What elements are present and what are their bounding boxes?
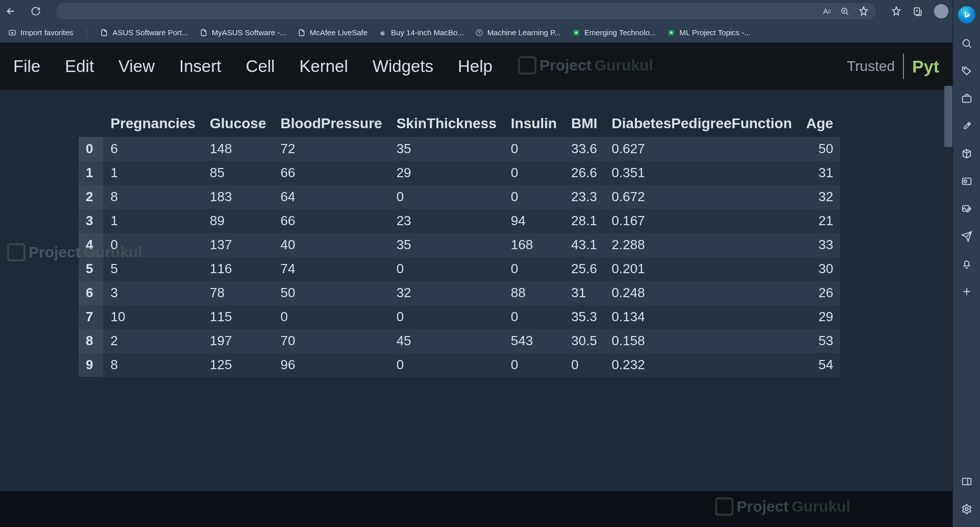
menu-cell[interactable]: Cell bbox=[246, 57, 275, 76]
cell: 54 bbox=[799, 353, 841, 377]
bookmark-item[interactable]: Buy 14-inch MacBo... bbox=[379, 28, 464, 37]
scrollbar-vertical[interactable] bbox=[944, 86, 952, 147]
cell: 72 bbox=[273, 137, 389, 161]
table-row: 318966239428.10.16721 bbox=[79, 209, 840, 233]
cell: 29 bbox=[389, 161, 504, 185]
row-index: 6 bbox=[79, 281, 103, 305]
bell-icon[interactable] bbox=[961, 258, 972, 272]
cell: 28.1 bbox=[564, 209, 604, 233]
table-row: 28183640023.30.67232 bbox=[79, 185, 840, 209]
cell: 50 bbox=[273, 281, 389, 305]
cell: 0 bbox=[504, 161, 564, 185]
cell: 0 bbox=[564, 353, 604, 377]
panel-icon[interactable] bbox=[961, 476, 972, 489]
send-icon[interactable] bbox=[961, 231, 972, 244]
svg-point-16 bbox=[965, 508, 968, 511]
favorites-list-icon[interactable] bbox=[891, 6, 901, 16]
bookmark-label: Machine Learning P... bbox=[487, 28, 561, 37]
briefcase-icon[interactable] bbox=[961, 93, 972, 106]
bookmark-label: ASUS Software Port... bbox=[112, 28, 188, 37]
cube-icon[interactable] bbox=[961, 148, 972, 161]
menu-file[interactable]: File bbox=[13, 57, 40, 76]
bookmark-item[interactable]: MyASUS Software -... bbox=[200, 28, 286, 37]
bookmark-label: Buy 14-inch MacBo... bbox=[391, 28, 464, 37]
cell: 30.5 bbox=[564, 329, 604, 353]
row-index: 7 bbox=[79, 305, 103, 329]
menu-help[interactable]: Help bbox=[458, 57, 493, 76]
dataframe-table: Pregnancies Glucose BloodPressure SkinTh… bbox=[79, 110, 840, 377]
page-icon bbox=[100, 29, 108, 37]
kernel-name[interactable]: Pyt bbox=[912, 57, 939, 77]
search-icon[interactable] bbox=[961, 38, 972, 51]
cell: 168 bbox=[504, 233, 564, 257]
row-index: 5 bbox=[79, 257, 103, 281]
cell: 0 bbox=[103, 233, 203, 257]
cell: 0 bbox=[273, 305, 389, 329]
cell: 88 bbox=[504, 281, 564, 305]
cell: 35 bbox=[389, 233, 504, 257]
import-favorites-button[interactable]: Import favorites bbox=[8, 28, 73, 37]
svg-point-10 bbox=[964, 68, 965, 69]
outlook-icon[interactable] bbox=[961, 176, 972, 189]
svg-point-13 bbox=[964, 180, 967, 183]
tools-icon[interactable] bbox=[961, 121, 972, 134]
cell: 183 bbox=[203, 185, 273, 209]
watermark-text-2: Gurukul bbox=[792, 498, 850, 515]
menu-insert[interactable]: Insert bbox=[179, 57, 222, 76]
cell: 1 bbox=[103, 209, 203, 233]
row-index: 1 bbox=[79, 161, 103, 185]
bookmark-item[interactable]: Emerging Technolo... bbox=[572, 28, 656, 37]
table-header-row: Pregnancies Glucose BloodPressure SkinTh… bbox=[79, 110, 840, 137]
bookmark-label: Emerging Technolo... bbox=[584, 28, 656, 37]
read-aloud-icon[interactable]: A)) bbox=[823, 7, 831, 15]
cell: 1 bbox=[103, 161, 203, 185]
bookmark-item[interactable]: ML Project Topics -... bbox=[667, 28, 750, 37]
refresh-icon[interactable] bbox=[31, 6, 41, 16]
cell: 40 bbox=[273, 233, 389, 257]
image-edit-icon[interactable] bbox=[961, 203, 972, 217]
table-row: 71011500035.30.13429 bbox=[79, 305, 840, 329]
col-header: Pregnancies bbox=[103, 110, 203, 137]
logo-icon bbox=[715, 497, 733, 516]
menu-edit[interactable]: Edit bbox=[65, 57, 94, 76]
bookmark-item[interactable]: Machine Learning P... bbox=[475, 28, 561, 37]
bookmark-item[interactable]: ASUS Software Port... bbox=[100, 28, 188, 37]
gear-icon[interactable] bbox=[961, 504, 972, 517]
menu-widgets[interactable]: Widgets bbox=[373, 57, 433, 76]
cell: 0 bbox=[504, 353, 564, 377]
collections-icon[interactable] bbox=[913, 6, 923, 16]
menu-kernel[interactable]: Kernel bbox=[299, 57, 348, 76]
row-index: 2 bbox=[79, 185, 103, 209]
trusted-label[interactable]: Trusted bbox=[847, 58, 895, 75]
cell: 32 bbox=[389, 281, 504, 305]
bookmark-item[interactable]: McAfee LiveSafe bbox=[298, 28, 368, 37]
bing-icon[interactable] bbox=[958, 6, 975, 23]
table-row: 061487235033.60.62750 bbox=[79, 137, 840, 161]
address-bar[interactable]: A)) bbox=[56, 3, 876, 19]
zoom-icon[interactable] bbox=[840, 7, 849, 16]
cell: 74 bbox=[273, 257, 389, 281]
cell: 0.248 bbox=[604, 281, 799, 305]
cell: 0 bbox=[504, 185, 564, 209]
profile-avatar[interactable] bbox=[934, 4, 948, 18]
cell: 35 bbox=[389, 137, 504, 161]
table-row: 6378503288310.24826 bbox=[79, 281, 840, 305]
cell: 25.6 bbox=[564, 257, 604, 281]
cell: 32 bbox=[799, 185, 841, 209]
import-favorites-label: Import favorites bbox=[20, 28, 73, 37]
cell: 64 bbox=[273, 185, 389, 209]
favorite-star-icon[interactable] bbox=[859, 6, 869, 16]
tag-icon[interactable] bbox=[961, 65, 972, 79]
edge-sidebar bbox=[952, 0, 980, 527]
import-icon bbox=[8, 29, 16, 37]
cell: 8 bbox=[103, 185, 203, 209]
cell: 0.232 bbox=[604, 353, 799, 377]
cell: 0.201 bbox=[604, 257, 799, 281]
cell: 8 bbox=[103, 353, 203, 377]
back-icon[interactable] bbox=[5, 6, 16, 17]
cell: 0.167 bbox=[604, 209, 799, 233]
plus-icon[interactable] bbox=[961, 286, 972, 299]
cell: 33.6 bbox=[564, 137, 604, 161]
watermark-text-2: Gurukul bbox=[595, 57, 653, 74]
menu-view[interactable]: View bbox=[118, 57, 155, 76]
